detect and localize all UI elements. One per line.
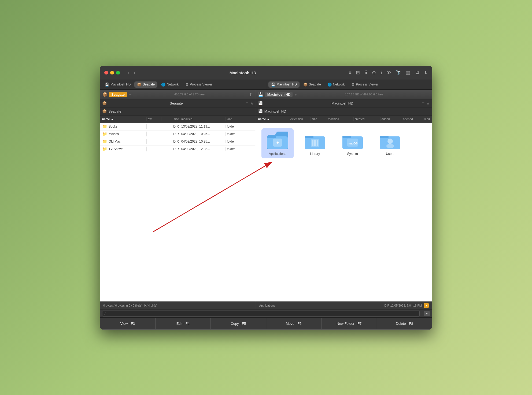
file-row-movies[interactable]: 📁 Movies DIR 04/02/2023, 10:25... folder [100,131,256,138]
forward-button[interactable]: › [132,69,137,76]
seagate-icon: 📦 [137,83,141,87]
left-panel-star[interactable]: ★ [250,101,254,106]
right-col-name-label: name [258,117,266,121]
toggle-icon[interactable]: ⊙ [372,70,376,76]
col-name-label: name [102,117,110,121]
right-panel-menu-btn[interactable]: ≡ [422,101,424,106]
icon-users[interactable]: Users [374,128,406,158]
left-panel-title: Seagate [108,101,244,105]
right-col-header-size[interactable]: size [311,117,327,121]
right-folder-icon: 💾 [258,109,263,113]
right-col-header-created[interactable]: created [354,117,380,121]
right-location-name[interactable]: Macintosh HD [265,92,293,97]
eye-icon[interactable]: 👁 [386,70,391,76]
grid-view-icon[interactable]: ⊞ [356,70,360,76]
file-cell-books-name: 📁 Books [101,124,147,129]
right-col-header-opened[interactable]: opened [402,117,423,121]
right-status-dropdown[interactable]: ▾ [424,303,429,308]
library-label: Library [310,152,320,156]
library-folder-icon [304,131,326,150]
col-header-modified[interactable]: modified [180,117,226,121]
new-folder-button[interactable]: New Folder - F7 [322,318,377,329]
tab-left-process-label: Process Viewer [190,83,212,86]
close-button[interactable] [104,71,108,74]
file-row-books[interactable]: 📁 Books DIR 13/03/2023, 11:19... folder [100,123,256,131]
tab-right-process-viewer[interactable]: 🖥 Process Viewer [349,81,381,88]
icon-applications[interactable]: ✦ Applications [261,128,294,158]
file-row-oldmac[interactable]: 📁 Old Mac DIR 04/02/2023, 10:25... folde… [100,138,256,146]
filter-icon[interactable]: ▥ [406,70,410,76]
left-location-dropdown-icon[interactable]: ▾ [129,92,131,97]
svg-text:macOS: macOS [348,142,358,145]
monitor-icon[interactable]: 🖥 [415,70,419,76]
file-cell-books-size: DIR [161,125,180,128]
left-panel-menu-btn[interactable]: ≡ [246,101,248,106]
minimize-button[interactable] [110,71,114,74]
books-label: Books [109,125,117,128]
download-icon[interactable]: ⬇ [424,70,428,76]
right-col-modified-label: modified [328,117,339,121]
right-status-left: Applications [259,304,385,307]
seagate-folder-icon: 📦 [102,92,108,97]
list-view-icon[interactable]: ≡ [349,70,352,76]
right-panel-title: Macintosh HD [264,101,420,105]
edit-button[interactable]: Edit - F4 [156,318,211,329]
right-col-header-modified[interactable]: modified [327,117,354,121]
right-col-kind-label: kind [424,117,430,121]
file-cell-movies-modified: 04/02/2023, 10:25... [180,132,226,136]
tab-left-network-label: Network [167,83,179,86]
right-folder-header: 💾 Macintosh HD [256,107,432,115]
right-location-dropdown-icon[interactable]: ▾ [295,92,297,97]
copy-button[interactable]: Copy - F5 [211,318,266,329]
left-location-bar: 📦 Seagate ▾ 420.72 GB of 1 TB free ⬆ [100,90,256,99]
path-dropdown-button[interactable]: ▾ [424,311,430,316]
books-folder-icon: 📁 [102,124,107,129]
tab-left-process-viewer[interactable]: 🖥 Process Viewer [182,81,215,88]
col-ext-label: ext [148,117,152,121]
left-folder-header: 📦 Seagate [100,107,256,115]
left-tabs: 💾 Macintosh HD 📦 Seagate 🌐 Network 🖥 Pro… [100,80,266,90]
back-button[interactable]: ‹ [126,69,131,76]
left-location-name[interactable]: Seagate [109,92,127,97]
icon-view-icon[interactable]: ⠿ [364,70,368,76]
tab-left-network[interactable]: 🌐 Network [158,81,181,88]
right-col-header-name[interactable]: name ▲ [257,117,289,121]
col-header-kind[interactable]: kind [226,117,253,121]
tab-right-network[interactable]: 🌐 Network [325,81,348,88]
delete-button[interactable]: Delete - F8 [377,318,432,329]
right-col-header-ext[interactable]: extension [289,117,311,121]
toolbar-icons: ≡ ⊞ ⠿ ⊙ ℹ 👁 🔭 ▥ 🖥 ⬇ [349,70,428,76]
process-icon-r: 🖥 [351,83,355,87]
icon-library[interactable]: Library [299,128,331,158]
svg-text:✦: ✦ [275,140,279,146]
left-panel-folder-icon: 📦 [102,101,107,105]
file-cell-tvshows-size: DIR [161,147,180,151]
right-col-header-added[interactable]: added [380,117,402,121]
info-icon[interactable]: ℹ [380,70,382,76]
file-cell-tvshows-kind: folder [226,147,253,151]
svg-rect-5 [305,136,313,138]
maximize-button[interactable] [116,71,120,74]
nav-buttons: ‹ › [126,69,137,76]
tab-left-macintosh-hd[interactable]: 💾 Macintosh HD [102,81,133,88]
tab-left-seagate[interactable]: 📦 Seagate [134,81,157,88]
icon-system[interactable]: macOS System [337,128,369,158]
process-icon: 🖥 [185,83,189,87]
view-button[interactable]: View - F3 [100,318,156,329]
binoculars-icon[interactable]: 🔭 [396,70,401,76]
path-input[interactable] [102,311,420,316]
right-panel-hd-icon: 💾 [258,101,263,105]
tab-right-seagate[interactable]: 📦 Seagate [301,81,324,88]
dual-pane-wrapper: 📦 Seagate ▾ 420.72 GB of 1 TB free ⬆ 📦 S… [100,90,432,310]
right-col-header-kind[interactable]: kind [423,117,431,121]
left-expand-btn[interactable]: ⬆ [248,92,254,97]
file-row-tvshows[interactable]: 📁 TV Shows DIR 04/02/2023, 12:03... fold… [100,146,256,153]
move-button[interactable]: Move - F6 [266,318,322,329]
col-header-size[interactable]: size [161,117,180,121]
col-header-name[interactable]: name ▲ [101,117,147,121]
tab-right-macintosh-hd[interactable]: 💾 Macintosh HD [268,81,300,88]
col-header-ext[interactable]: ext [147,117,161,121]
left-file-list[interactable]: 📁 Books DIR 13/03/2023, 11:19... folder … [100,123,256,301]
svg-rect-1 [267,136,276,138]
right-panel-star[interactable]: ★ [426,101,430,106]
